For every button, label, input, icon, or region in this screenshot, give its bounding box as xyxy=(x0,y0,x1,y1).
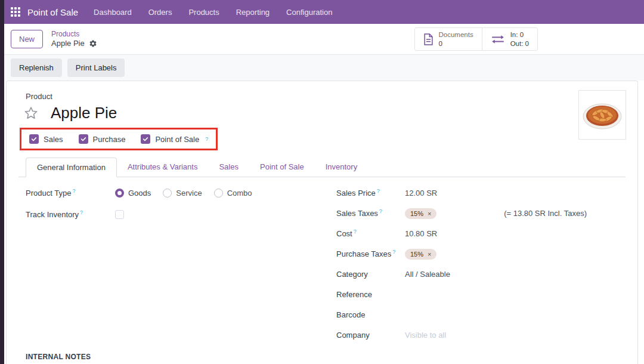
checkbox-checked-icon xyxy=(141,134,150,144)
product-image[interactable] xyxy=(578,90,626,140)
track-inventory-row: Track Inventory? xyxy=(26,208,336,221)
product-type-radio-group: Goods Service Combo xyxy=(115,189,252,198)
sales-tax-tag[interactable]: 15% × xyxy=(405,208,436,219)
out-count: Out: 0 xyxy=(510,39,529,48)
stat-buttons: Documents 0 In: 0 Out: 0 xyxy=(414,27,538,51)
incl-taxes-note: (= 13.80 SR Incl. Taxes) xyxy=(504,209,587,218)
radio-combo-label: Combo xyxy=(227,189,252,198)
radio-selected-icon xyxy=(115,189,124,198)
breadcrumb-parent[interactable]: Products xyxy=(51,30,97,39)
sales-taxes-label: Sales Taxes? xyxy=(336,208,405,218)
control-panel: New Products Apple Pie Documents 0 xyxy=(0,24,644,55)
radio-goods[interactable]: Goods xyxy=(115,189,151,198)
in-count: In: 0 xyxy=(510,30,529,39)
remove-tax-icon[interactable]: × xyxy=(428,251,431,258)
sales-checkbox-label: Sales xyxy=(44,135,63,144)
replenish-button[interactable]: Replenish xyxy=(11,58,62,77)
product-form-sheet: Product Apple Pie Sales Purchase Point o… xyxy=(6,81,638,364)
breadcrumb: Products Apple Pie xyxy=(51,30,97,48)
internal-notes-heading: INTERNAL NOTES xyxy=(18,353,626,361)
barcode-label: Barcode xyxy=(336,310,405,319)
radio-service[interactable]: Service xyxy=(163,189,202,198)
screen-left-edge xyxy=(0,0,4,364)
documents-label: Documents xyxy=(439,30,473,39)
cost-row: Cost? 10.80 SR xyxy=(336,227,587,240)
company-label: Company xyxy=(336,331,405,340)
tab-general-information[interactable]: General Information xyxy=(26,158,117,177)
print-labels-button[interactable]: Print Labels xyxy=(67,58,125,77)
purchase-taxes-row: Purchase Taxes? 15% × xyxy=(336,248,587,260)
radio-unselected-icon xyxy=(214,189,223,198)
cost-label: Cost? xyxy=(336,229,405,238)
nav-item-dashboard[interactable]: Dashboard xyxy=(94,8,132,17)
radio-unselected-icon xyxy=(163,189,172,198)
apple-pie-photo xyxy=(581,96,624,134)
barcode-row: Barcode xyxy=(336,309,587,321)
purchase-tax-tag[interactable]: 15% × xyxy=(405,249,436,260)
checkbox-checked-icon xyxy=(79,134,88,144)
radio-service-label: Service xyxy=(176,189,202,198)
breadcrumb-current: Apple Pie xyxy=(51,39,85,48)
company-row: Company Visible to all xyxy=(336,329,587,341)
help-marker: ? xyxy=(205,136,208,142)
cost-value[interactable]: 10.80 SR xyxy=(405,229,437,238)
notebook-tabs: General Information Attributes & Variant… xyxy=(18,158,626,177)
reference-label: Reference xyxy=(336,290,405,299)
company-placeholder[interactable]: Visible to all xyxy=(405,331,446,340)
point-of-sale-checkbox[interactable]: Point of Sale ? xyxy=(141,134,208,144)
gear-icon[interactable] xyxy=(89,39,97,48)
in-out-stat-button[interactable]: In: 0 Out: 0 xyxy=(482,28,537,51)
tab-inventory[interactable]: Inventory xyxy=(315,158,368,177)
sales-tax-tag-value: 15% xyxy=(410,210,423,217)
sales-price-row: Sales Price? 12.00 SR xyxy=(336,187,587,199)
sales-checkbox[interactable]: Sales xyxy=(29,134,63,144)
tab-sales[interactable]: Sales xyxy=(208,158,249,177)
transfer-arrows-icon xyxy=(491,35,505,44)
tab-attributes-variants[interactable]: Attributes & Variants xyxy=(117,158,209,177)
point-of-sale-checkbox-label: Point of Sale xyxy=(155,135,199,144)
app-name[interactable]: Point of Sale xyxy=(27,7,78,17)
purchase-taxes-label: Purchase Taxes? xyxy=(336,249,405,258)
favorite-star-icon[interactable] xyxy=(23,106,39,121)
apps-grid-icon[interactable] xyxy=(11,7,20,17)
product-type-row: Product Type? Goods Service Combo xyxy=(26,187,336,199)
top-navbar: Point of Sale Dashboard Orders Products … xyxy=(0,0,644,24)
category-value[interactable]: All / Saleable xyxy=(405,270,450,279)
sales-price-value[interactable]: 12.00 SR xyxy=(405,189,437,198)
radio-combo[interactable]: Combo xyxy=(214,189,252,198)
annotation-highlight-box: Sales Purchase Point of Sale ? xyxy=(20,128,218,150)
new-button[interactable]: New xyxy=(11,30,43,48)
product-type-label: Product Type? xyxy=(26,188,115,198)
remove-tax-icon[interactable]: × xyxy=(428,210,431,217)
category-row: Category All / Saleable xyxy=(336,268,587,280)
sales-price-label: Sales Price? xyxy=(336,188,405,198)
general-information-panel: Product Type? Goods Service Combo xyxy=(18,177,626,349)
purchase-checkbox-label: Purchase xyxy=(93,135,126,144)
nav-item-configuration[interactable]: Configuration xyxy=(286,8,332,17)
radio-goods-label: Goods xyxy=(128,189,151,198)
tab-point-of-sale[interactable]: Point of Sale xyxy=(249,158,315,177)
reference-row: Reference xyxy=(336,288,587,301)
document-icon xyxy=(423,33,434,45)
track-inventory-checkbox[interactable] xyxy=(115,210,124,219)
purchase-checkbox[interactable]: Purchase xyxy=(79,134,126,144)
purchase-tax-tag-value: 15% xyxy=(410,251,423,258)
documents-stat-button[interactable]: Documents 0 xyxy=(415,28,482,51)
product-name-title[interactable]: Apple Pie xyxy=(51,104,117,122)
checkbox-checked-icon xyxy=(29,134,39,144)
nav-item-reporting[interactable]: Reporting xyxy=(236,8,270,17)
action-button-row: Replenish Print Labels xyxy=(0,55,644,81)
product-field-label: Product xyxy=(26,92,626,101)
documents-count: 0 xyxy=(439,39,473,48)
sales-taxes-row: Sales Taxes? 15% × (= 13.80 SR Incl. Tax… xyxy=(336,207,587,220)
nav-item-products[interactable]: Products xyxy=(188,8,219,17)
category-label: Category xyxy=(336,270,405,279)
nav-menu: Dashboard Orders Products Reporting Conf… xyxy=(94,8,332,17)
track-inventory-label: Track Inventory? xyxy=(26,209,115,219)
nav-item-orders[interactable]: Orders xyxy=(148,8,172,17)
